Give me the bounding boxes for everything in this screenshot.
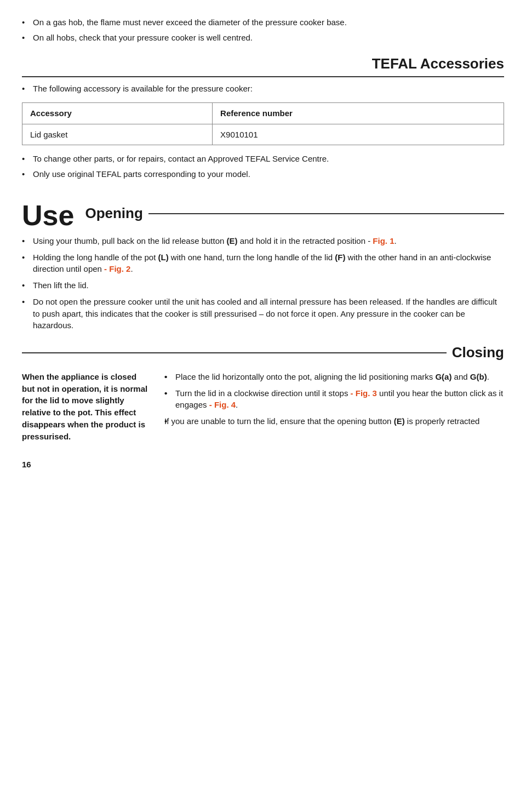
opening-header: Opening [85, 203, 504, 224]
opening-bullet-1: Using your thumb, pull back on the lid r… [22, 235, 504, 247]
col-accessory-header: Accessory [22, 102, 213, 124]
accessories-bullets: To change other parts, or for repairs, c… [22, 153, 504, 184]
opening-bullet-2: Holding the long handle of the pot (L) w… [22, 251, 504, 276]
opening-bullet-4: Do not open the pressure cooker until th… [22, 296, 504, 331]
closing-section: Closing When the appliance is closed but… [22, 342, 504, 442]
closing-bullet-1: • Place the lid horizontally onto the po… [164, 371, 504, 383]
opening-divider [148, 213, 504, 214]
page-number: 16 [22, 459, 504, 471]
accessories-bullet-2: Only use original TEFAL parts correspond… [22, 168, 504, 180]
top-bullet-2: On all hobs, check that your pressure co… [22, 32, 504, 44]
col-reference-header: Reference number [213, 102, 504, 124]
opening-section: Use Opening Using your thumb, pull back … [22, 201, 504, 331]
accessory-name: Lid gasket [22, 124, 213, 145]
tefal-section: TEFAL Accessories The following accessor… [22, 54, 504, 190]
closing-content: When the appliance is closed but not in … [22, 371, 504, 443]
use-label-block: Use [22, 201, 74, 230]
top-bullet-1: On a gas hob, the flame must never excee… [22, 16, 504, 28]
closing-header: Closing [22, 342, 504, 363]
closing-left-text: When the appliance is closed but not in … [22, 371, 148, 443]
top-bullets-list: On a gas hob, the flame must never excee… [22, 16, 504, 44]
accessories-bullet-1: To change other parts, or for repairs, c… [22, 153, 504, 165]
closing-bullet-2: • Turn the lid in a clockwise direction … [164, 387, 504, 411]
use-label: Use [22, 201, 74, 230]
closing-right-text: • Place the lid horizontally onto the po… [164, 371, 504, 443]
tefal-title: TEFAL Accessories [372, 54, 504, 75]
table-row: Lid gasket X9010101 [22, 124, 504, 145]
closing-title: Closing [452, 342, 504, 363]
closing-divider [22, 352, 447, 353]
accessories-table: Accessory Reference number Lid gasket X9… [22, 102, 504, 146]
reference-number: X9010101 [213, 124, 504, 145]
closing-bullet-3: If you are unable to turn the lid, ensur… [164, 415, 504, 427]
accessories-intro: The following accessory is available for… [22, 83, 504, 95]
opening-bullets-list: Using your thumb, pull back on the lid r… [22, 235, 504, 331]
opening-title: Opening [85, 203, 142, 224]
tefal-header-row: TEFAL Accessories [22, 54, 504, 78]
opening-bullet-3: Then lift the lid. [22, 279, 504, 291]
